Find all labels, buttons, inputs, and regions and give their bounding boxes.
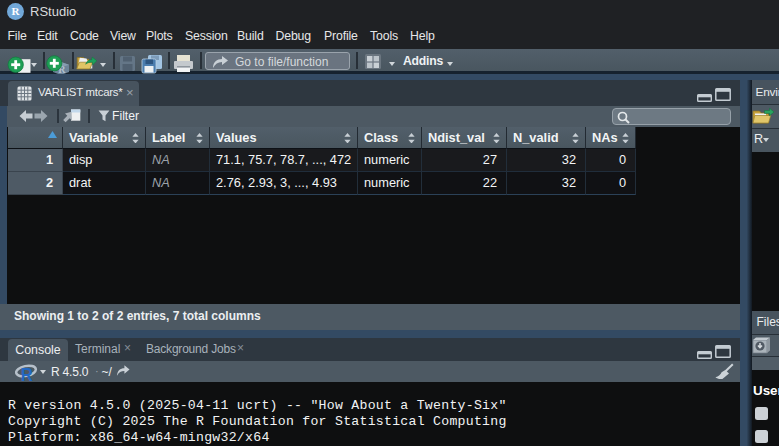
svg-text:R: R bbox=[21, 364, 33, 383]
